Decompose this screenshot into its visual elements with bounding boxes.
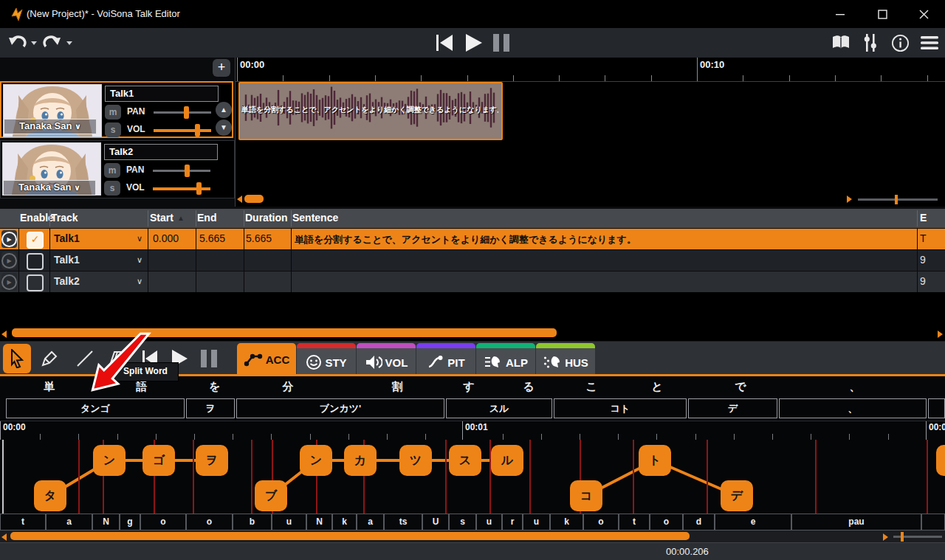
voice-select-dropdown[interactable]: Tanaka San ∨ bbox=[3, 180, 96, 196]
phoneme-cell[interactable]: k bbox=[332, 514, 357, 530]
phoneme-cell[interactable]: t bbox=[619, 514, 650, 530]
timeline-scroll-thumb[interactable] bbox=[244, 195, 264, 203]
scroll-left-icon[interactable] bbox=[1, 331, 7, 338]
reading-cell[interactable]: デ bbox=[688, 398, 777, 418]
track-header-talk2[interactable]: Tanaka San ∨ Talk2 m PAN s VOL bbox=[0, 140, 235, 198]
surface-char[interactable]: 単 bbox=[44, 380, 55, 394]
phoneme-cell[interactable]: e bbox=[715, 514, 791, 530]
phoneme-cell[interactable]: o bbox=[583, 514, 619, 530]
enable-checkbox[interactable] bbox=[27, 253, 44, 270]
surface-char[interactable]: 分 bbox=[283, 380, 294, 394]
surface-char[interactable]: こ bbox=[585, 380, 597, 394]
reading-cell[interactable]: 、 bbox=[779, 398, 927, 418]
reading-cell[interactable]: コト bbox=[554, 398, 687, 418]
surface-char[interactable]: 割 bbox=[392, 380, 403, 394]
phoneme-cell[interactable]: pau bbox=[791, 514, 921, 530]
table-header[interactable]: EnableTrackStartEndDurationSentence▲E bbox=[0, 209, 945, 228]
table-row[interactable]: ▶Talk1∨9 bbox=[0, 250, 945, 271]
enable-checkbox[interactable]: ✓ bbox=[27, 232, 44, 249]
track-select-dropdown[interactable]: Talk1 bbox=[54, 254, 80, 266]
solo-button[interactable]: s bbox=[104, 181, 120, 196]
reading-cell[interactable]: スル bbox=[446, 398, 552, 418]
column-header-end[interactable]: End bbox=[197, 212, 216, 224]
mute-button[interactable]: m bbox=[104, 163, 120, 178]
phoneme-cell[interactable]: o bbox=[186, 514, 233, 530]
column-header-track[interactable]: Track bbox=[51, 212, 78, 224]
undo-history-dropdown[interactable] bbox=[30, 31, 38, 55]
mute-button[interactable]: m bbox=[105, 105, 121, 120]
vol-slider-handle[interactable] bbox=[195, 124, 200, 136]
redo-history-dropdown[interactable] bbox=[65, 31, 74, 55]
timeline-zoom-slider[interactable] bbox=[858, 198, 938, 201]
column-header-sentence[interactable]: Sentence bbox=[292, 212, 338, 224]
phoneme-cell[interactable]: N bbox=[92, 514, 120, 530]
accent-node[interactable]: カ bbox=[344, 445, 377, 476]
phoneme-cell[interactable]: b bbox=[233, 514, 272, 530]
phoneme-cell[interactable]: o bbox=[140, 514, 186, 530]
phoneme-cell[interactable]: d bbox=[683, 514, 715, 530]
tab-hus[interactable]: HUS bbox=[536, 343, 595, 376]
accent-editor[interactable]: 00:0000:0100:02 タンゴヲブンカツスルコトデ bbox=[0, 421, 945, 514]
accent-node[interactable]: ヲ bbox=[196, 445, 228, 476]
minimize-button[interactable] bbox=[823, 0, 857, 28]
scroll-left-icon[interactable] bbox=[237, 196, 242, 203]
pause-button[interactable] bbox=[492, 31, 511, 55]
track-down-button[interactable]: ▼ bbox=[216, 120, 232, 136]
editor-pause-button[interactable] bbox=[195, 344, 223, 373]
track-name-field[interactable]: Talk2 bbox=[104, 144, 218, 160]
phoneme-cell[interactable]: u bbox=[476, 514, 502, 530]
column-header-duration[interactable]: Duration bbox=[245, 212, 288, 224]
editor-zoom-slider[interactable] bbox=[893, 536, 942, 538]
phoneme-cell[interactable]: a bbox=[357, 514, 384, 530]
track-up-button[interactable]: ▲ bbox=[216, 102, 232, 118]
phoneme-cell[interactable]: s bbox=[449, 514, 476, 530]
tab-vol[interactable]: VOL bbox=[357, 343, 416, 376]
pen-tool-button[interactable] bbox=[35, 344, 63, 373]
reading-cell[interactable] bbox=[928, 398, 945, 418]
phoneme-cell[interactable]: t bbox=[0, 514, 46, 530]
track-select-dropdown[interactable]: Talk1 bbox=[54, 232, 80, 244]
vol-slider[interactable] bbox=[154, 129, 211, 132]
pan-slider[interactable] bbox=[153, 170, 210, 172]
mixer-button[interactable] bbox=[859, 31, 882, 55]
phoneme-cell[interactable]: g bbox=[120, 514, 140, 530]
column-header-partial[interactable]: E bbox=[920, 212, 927, 224]
timeline-area[interactable]: 00:0000:10 単語を分割することで、アクセントをより細かく調整できるよう… bbox=[235, 58, 945, 207]
tab-alp[interactable]: ALP bbox=[476, 343, 535, 376]
reading-word-row[interactable]: タンゴヲブンカツ'スルコトデ、 bbox=[0, 398, 945, 419]
scroll-right-icon[interactable] bbox=[938, 331, 943, 338]
reading-cell[interactable]: タンゴ bbox=[6, 398, 185, 418]
phoneme-row[interactable]: taNgoobuNkatsUsurukotodepau bbox=[0, 514, 945, 530]
dictionary-button[interactable] bbox=[830, 31, 852, 55]
close-button[interactable] bbox=[907, 0, 941, 28]
row-play-button[interactable]: ▶ bbox=[1, 230, 17, 248]
phoneme-cell[interactable]: u bbox=[523, 514, 550, 530]
voice-select-dropdown[interactable]: Tanaka San ∨ bbox=[4, 119, 97, 134]
phoneme-cell[interactable] bbox=[921, 514, 945, 530]
maximize-button[interactable] bbox=[865, 0, 899, 28]
scroll-right-icon[interactable] bbox=[847, 196, 852, 203]
track-name-field[interactable]: Talk1 bbox=[105, 86, 219, 102]
accent-node[interactable]: ツ bbox=[399, 445, 432, 476]
vol-slider-handle[interactable] bbox=[196, 182, 202, 195]
phoneme-cell[interactable]: N bbox=[306, 514, 332, 530]
accent-node[interactable]: ン bbox=[300, 445, 332, 476]
phoneme-cell[interactable]: u bbox=[272, 514, 306, 530]
phoneme-cell[interactable]: a bbox=[46, 514, 92, 530]
enable-checkbox[interactable] bbox=[27, 274, 44, 291]
tab-pit[interactable]: PIT bbox=[416, 343, 475, 376]
pan-slider-handle[interactable] bbox=[184, 106, 189, 119]
play-button[interactable] bbox=[461, 31, 486, 55]
undo-button[interactable] bbox=[6, 31, 28, 55]
skip-to-start-button[interactable] bbox=[433, 31, 456, 55]
table-row[interactable]: ▶Talk2∨9 bbox=[0, 272, 945, 292]
surface-char[interactable]: る bbox=[523, 380, 534, 394]
surface-char[interactable]: す bbox=[463, 380, 474, 394]
editor-zoom-handle[interactable] bbox=[901, 532, 904, 542]
phoneme-cell[interactable]: o bbox=[650, 514, 683, 530]
vol-slider[interactable] bbox=[153, 187, 210, 190]
surface-char[interactable]: で bbox=[735, 380, 746, 394]
pan-slider-handle[interactable] bbox=[185, 165, 190, 177]
accent-node[interactable]: ゴ bbox=[142, 445, 175, 476]
phoneme-cell[interactable]: k bbox=[550, 514, 583, 530]
